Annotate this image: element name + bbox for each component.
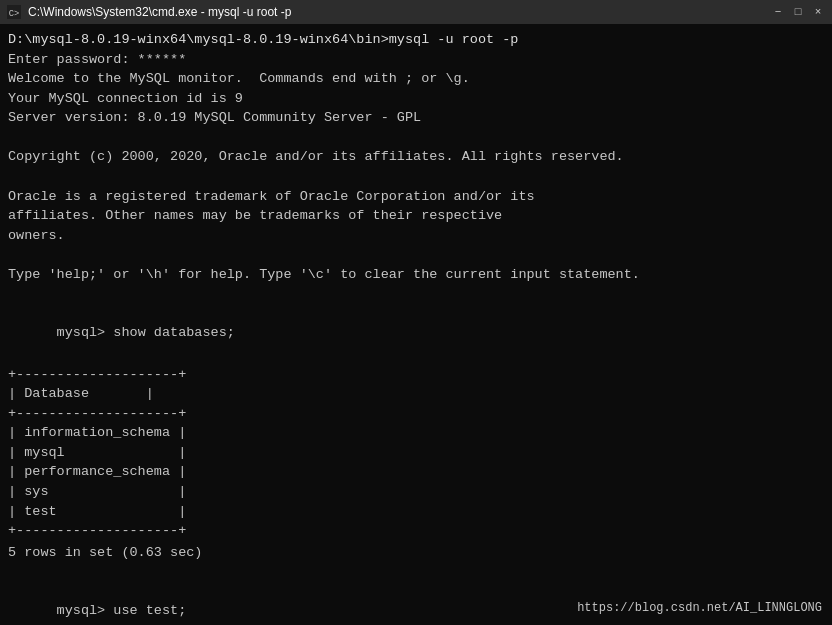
cmd-window: C> C:\Windows\System32\cmd.exe - mysql -… — [0, 0, 832, 625]
line-version: Server version: 8.0.19 MySQL Community S… — [8, 108, 824, 128]
line-blank1 — [8, 128, 824, 148]
line-oracle2: affiliates. Other names may be trademark… — [8, 206, 824, 226]
line-blank5 — [8, 562, 824, 582]
watermark: https://blog.csdn.net/AI_LINNGLONG — [577, 600, 822, 617]
terminal-content[interactable]: D:\mysql-8.0.19-winx64\mysql-8.0.19-winx… — [0, 24, 832, 625]
line-oracle3: owners. — [8, 226, 824, 246]
title-bar-left: C> C:\Windows\System32\cmd.exe - mysql -… — [6, 4, 291, 20]
line-oracle1: Oracle is a registered trademark of Orac… — [8, 187, 824, 207]
title-bar-text: C:\Windows\System32\cmd.exe - mysql -u r… — [28, 5, 291, 19]
svg-text:C>: C> — [9, 9, 20, 19]
table1: +--------------------+ | Database | +---… — [8, 365, 824, 541]
table1-header: Database — [24, 386, 89, 401]
line-path: D:\mysql-8.0.19-winx64\mysql-8.0.19-winx… — [8, 30, 824, 50]
line-blank3 — [8, 245, 824, 265]
line-help: Type 'help;' or '\h' for help. Type '\c'… — [8, 265, 824, 285]
maximize-button[interactable]: □ — [790, 4, 806, 20]
line-copyright: Copyright (c) 2000, 2020, Oracle and/or … — [8, 147, 824, 167]
cmd-icon: C> — [6, 4, 22, 20]
cmd-text2: use test; — [113, 603, 186, 618]
line-welcome: Welcome to the MySQL monitor. Commands e… — [8, 69, 824, 89]
title-bar: C> C:\Windows\System32\cmd.exe - mysql -… — [0, 0, 832, 24]
minimize-button[interactable]: − — [770, 4, 786, 20]
close-button[interactable]: × — [810, 4, 826, 20]
line-blank2 — [8, 167, 824, 187]
line-password: Enter password: ****** — [8, 50, 824, 70]
line-connid: Your MySQL connection id is 9 — [8, 89, 824, 109]
prompt-arrow2: mysql> — [57, 603, 114, 618]
line-blank4 — [8, 284, 824, 304]
cmd-text1: show databases; — [113, 325, 235, 340]
title-bar-controls: − □ × — [770, 4, 826, 20]
prompt-show-databases: mysql> show databases; — [8, 304, 824, 363]
table1-footer: 5 rows in set (0.63 sec) — [8, 543, 824, 563]
prompt-arrow1: mysql> — [57, 325, 114, 340]
